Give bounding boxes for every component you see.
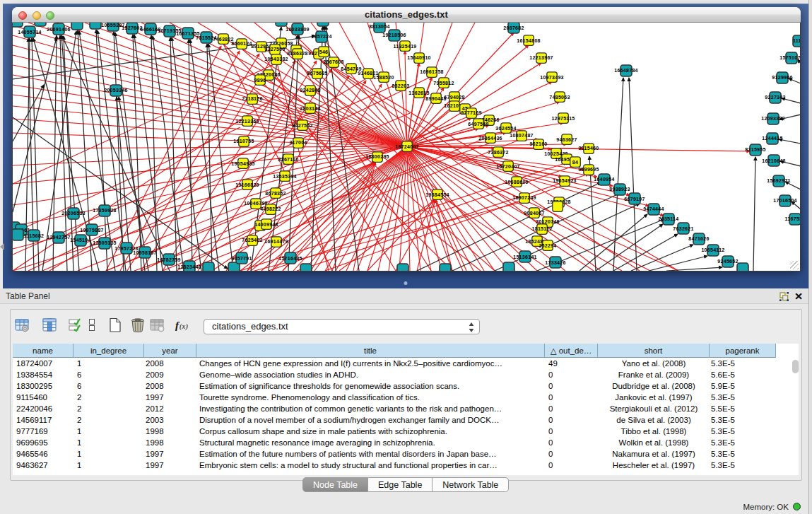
svg-text:84: 84 <box>572 160 578 165</box>
svg-text:8938923: 8938923 <box>609 187 630 192</box>
svg-text:7625402: 7625402 <box>242 238 262 243</box>
svg-text:11325419: 11325419 <box>393 44 416 49</box>
svg-text:1815112: 1815112 <box>532 226 553 231</box>
svg-text:3624554: 3624554 <box>495 126 516 131</box>
svg-text:9227342: 9227342 <box>765 95 785 100</box>
svg-text:9084067: 9084067 <box>524 211 544 216</box>
svg-text:6497568: 6497568 <box>468 122 488 127</box>
svg-text:15136141: 15136141 <box>513 255 537 259</box>
svg-text:9457791: 9457791 <box>231 256 252 261</box>
svg-text:8427552: 8427552 <box>292 123 312 128</box>
svg-text:19054985: 19054985 <box>231 161 255 166</box>
svg-text:317004: 317004 <box>289 140 307 145</box>
svg-text:20053346: 20053346 <box>104 88 128 93</box>
svg-text:20364436: 20364436 <box>478 136 502 141</box>
svg-text:9115460: 9115460 <box>579 146 599 151</box>
svg-text:15720407: 15720407 <box>496 164 520 169</box>
svg-text:18724007: 18724007 <box>395 144 419 149</box>
svg-text:20206533: 20206533 <box>61 211 86 216</box>
svg-text:9245652: 9245652 <box>717 259 738 264</box>
svg-text:4498222: 4498222 <box>260 206 281 211</box>
svg-text:14009948: 14009948 <box>254 222 278 227</box>
svg-text:1610755: 1610755 <box>233 139 254 144</box>
svg-text:252294: 252294 <box>539 243 556 248</box>
svg-text:8990448: 8990448 <box>425 96 446 101</box>
svg-text:1167533: 1167533 <box>785 216 801 221</box>
svg-text:10973493: 10973493 <box>540 75 564 80</box>
svg-text:18300295: 18300295 <box>365 154 389 159</box>
svg-text:17359928: 17359928 <box>93 208 117 213</box>
svg-text:7386372: 7386372 <box>488 150 508 155</box>
svg-text:1115682: 1115682 <box>24 233 45 238</box>
svg-text:16210643: 16210643 <box>762 158 786 163</box>
svg-text:19384554: 19384554 <box>425 192 449 197</box>
svg-text:962160: 962160 <box>529 141 547 146</box>
svg-text:7485063: 7485063 <box>549 95 570 100</box>
svg-text:1588520: 1588520 <box>373 75 394 80</box>
svg-text:7357224: 7357224 <box>311 34 331 39</box>
svg-text:19975887: 19975887 <box>80 228 104 233</box>
svg-text:6679197: 6679197 <box>624 197 645 201</box>
svg-text:(x): (x) <box>180 322 188 331</box>
svg-text:10543382: 10543382 <box>264 57 288 62</box>
svg-text:8678352: 8678352 <box>265 191 286 196</box>
svg-text:8471626: 8471626 <box>688 236 709 241</box>
svg-text:12093382: 12093382 <box>761 116 785 121</box>
svg-text:1733426: 1733426 <box>545 260 565 265</box>
svg-text:8267110: 8267110 <box>278 157 299 162</box>
svg-text:546: 546 <box>319 49 329 54</box>
svg-text:7955812: 7955812 <box>433 81 454 86</box>
svg-text:20120746: 20120746 <box>536 219 560 224</box>
svg-text:19654923: 19654923 <box>553 178 577 183</box>
svg-text:20691406: 20691406 <box>47 27 71 32</box>
svg-text:2867608: 2867608 <box>323 59 343 64</box>
svg-text:13535394: 13535394 <box>273 174 297 179</box>
svg-text:12942757: 12942757 <box>47 235 71 240</box>
svg-text:9129966: 9129966 <box>772 75 792 80</box>
svg-text:1362615: 1362615 <box>408 90 429 95</box>
svg-text:10807487: 10807487 <box>510 133 534 138</box>
svg-text:14055714: 14055714 <box>18 30 42 35</box>
svg-text:16033809: 16033809 <box>286 27 310 32</box>
svg-text:16961758: 16961758 <box>420 69 444 74</box>
svg-text:1527602: 1527602 <box>122 25 142 30</box>
svg-text:8186328: 8186328 <box>287 51 307 56</box>
svg-text:8813054: 8813054 <box>369 24 389 29</box>
svg-text:12213967: 12213967 <box>529 55 553 60</box>
svg-text:10958107: 10958107 <box>133 250 157 255</box>
svg-text:10654112: 10654112 <box>701 247 724 252</box>
svg-text:2803144: 2803144 <box>300 106 320 111</box>
svg-text:16154808: 16154808 <box>517 38 541 43</box>
svg-text:16914479: 16914479 <box>264 239 288 244</box>
svg-text:12823448: 12823448 <box>177 264 201 269</box>
svg-text:16648784: 16648784 <box>614 68 638 73</box>
svg-text:7463822: 7463822 <box>213 37 233 42</box>
svg-text:18907249: 18907249 <box>512 195 536 200</box>
svg-text:10046798: 10046798 <box>244 201 268 206</box>
svg-text:1640954: 1640954 <box>594 177 614 182</box>
svg-text:1545194: 1545194 <box>70 238 90 243</box>
svg-text:2935114: 2935114 <box>659 216 679 221</box>
svg-text:2718176: 2718176 <box>242 96 262 101</box>
svg-text:9327500: 9327500 <box>264 47 285 52</box>
svg-text:9242848: 9242848 <box>300 88 320 93</box>
svg-text:10688609: 10688609 <box>505 180 529 185</box>
svg-text:12975115: 12975115 <box>551 116 575 121</box>
svg-text:2087682: 2087682 <box>503 25 524 30</box>
svg-text:19218506: 19218506 <box>382 33 406 37</box>
svg-text:8660124: 8660124 <box>231 41 252 46</box>
svg-text:12213369: 12213369 <box>235 119 259 124</box>
svg-text:1244415: 1244415 <box>762 136 782 141</box>
svg-text:15692971: 15692971 <box>767 178 791 183</box>
svg-text:7632621: 7632621 <box>673 226 693 231</box>
svg-text:16782759: 16782759 <box>157 257 181 262</box>
svg-text:1112: 1112 <box>793 38 801 43</box>
svg-text:9463627: 9463627 <box>556 137 577 142</box>
svg-text:9699695: 9699695 <box>578 167 599 172</box>
svg-text:9474444: 9474444 <box>643 206 664 211</box>
svg-text:832203: 832203 <box>392 83 409 88</box>
svg-text:8675685: 8675685 <box>307 71 327 76</box>
svg-text:8215955: 8215955 <box>745 147 765 152</box>
svg-text:17016504: 17016504 <box>773 198 797 203</box>
svg-text:9777169: 9777169 <box>461 110 481 115</box>
